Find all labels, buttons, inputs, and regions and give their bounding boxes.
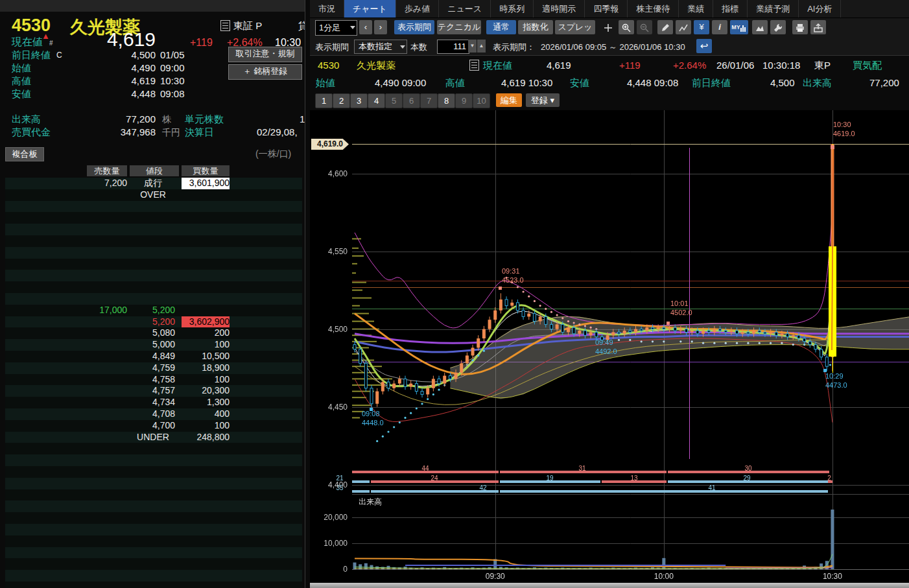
zoom-in-icon[interactable] — [619, 20, 634, 34]
tab-8[interactable]: 株主優待 — [628, 0, 679, 18]
tab-2[interactable]: チャート — [344, 0, 396, 18]
orderbook-row[interactable] — [5, 212, 302, 224]
count-down-spinner[interactable]: ▼ — [468, 40, 477, 53]
print-icon[interactable] — [792, 20, 808, 34]
next-button[interactable]: › — [374, 20, 387, 34]
count-mode-select[interactable]: 本数指定 — [354, 40, 407, 54]
tab-12[interactable]: AI分析 — [799, 0, 841, 18]
zoom-out-icon[interactable] — [637, 20, 652, 34]
orderbook-row[interactable] — [5, 270, 302, 281]
price-level: UNDER — [128, 432, 178, 443]
register-button[interactable]: 登録 ▾ — [526, 93, 560, 107]
tab-1[interactable]: 市況 — [310, 0, 344, 18]
orderbook-row[interactable]: 17,0005,200 — [5, 305, 302, 316]
horizontal-scrollbar[interactable] — [310, 583, 909, 588]
orderbook-row[interactable] — [5, 224, 302, 235]
orderbook-row[interactable] — [5, 524, 302, 535]
orderbook-row[interactable]: 4,700100 — [5, 420, 302, 432]
tab-5[interactable]: 時系列 — [491, 0, 534, 18]
open-value: 4,490 09:00 — [375, 77, 426, 88]
quote-timestamp: 10:30:18 — [762, 60, 800, 71]
my-chart-icon[interactable]: MY — [730, 20, 748, 34]
orderbook-row[interactable] — [5, 247, 302, 259]
count-up-spinner[interactable]: ▲ — [477, 40, 486, 53]
orderbook-row[interactable] — [5, 478, 302, 489]
preset-button-5[interactable]: 5 — [385, 93, 403, 108]
info-icon[interactable]: i — [712, 20, 727, 34]
normal-mode-button[interactable]: 通常 — [486, 20, 516, 34]
orderbook-row[interactable] — [5, 547, 302, 559]
trade-caution-button[interactable]: 取引注意・規制 — [228, 47, 302, 62]
preset-button-3[interactable]: 3 — [350, 93, 368, 108]
preset-button-7[interactable]: 7 — [420, 93, 438, 108]
sell-qty — [44, 420, 127, 432]
orderbook-row[interactable]: 5,2003,602,900 — [5, 316, 302, 328]
orderbook-row[interactable] — [5, 235, 302, 247]
orderbook-row[interactable] — [5, 454, 302, 466]
orderbook-row[interactable]: 5,000100 — [5, 339, 302, 351]
preset-button-4[interactable]: 4 — [368, 93, 385, 108]
register-stock-button[interactable]: ＋ 銘柄登録 — [228, 64, 302, 80]
orderbook-row[interactable]: 4,75918,900 — [5, 362, 302, 374]
buy-qty — [182, 305, 230, 316]
tab-6[interactable]: 適時開示 — [534, 0, 585, 18]
sell-qty — [44, 281, 127, 293]
orderbook-row[interactable] — [5, 466, 302, 478]
orderbook-row[interactable] — [5, 281, 302, 293]
market-label: 東証 P — [233, 20, 262, 32]
orderbook-row[interactable] — [5, 489, 302, 501]
settings-wrench-icon[interactable] — [770, 20, 786, 34]
quote-code: 4530 — [318, 60, 339, 71]
preset-button-9[interactable]: 9 — [455, 93, 473, 108]
orderbook-row[interactable]: 5,080200 — [5, 327, 302, 339]
orderbook-row[interactable] — [5, 500, 302, 512]
preset-button-2[interactable]: 2 — [333, 93, 350, 108]
yen-scale-icon[interactable]: ¥ — [694, 20, 709, 34]
reset-period-button[interactable]: ↩ — [696, 39, 712, 53]
orderbook-row[interactable]: 4,84910,500 — [5, 351, 302, 362]
bar-count-input[interactable]: 111 — [437, 40, 469, 54]
prev-button[interactable]: ‹ — [359, 20, 372, 34]
orderbook-row[interactable]: 4,758100 — [5, 374, 302, 386]
crosshair-icon[interactable] — [600, 20, 616, 34]
orderbook-row[interactable] — [5, 582, 302, 588]
orderbook-row[interactable] — [5, 570, 302, 582]
tab-9[interactable]: 業績 — [679, 0, 713, 18]
orderbook-row[interactable] — [5, 201, 302, 213]
period-button[interactable]: 表示期間 — [394, 20, 434, 34]
orderbook-row[interactable] — [5, 512, 302, 524]
orderbook-row[interactable] — [5, 535, 302, 547]
tab-11[interactable]: 業績予測 — [748, 0, 799, 18]
tab-3[interactable]: 歩み値 — [396, 0, 439, 18]
trend-line-icon[interactable] — [676, 20, 691, 34]
area-chart-icon[interactable] — [752, 20, 768, 34]
orderbook-row[interactable]: 4,7341,300 — [5, 397, 302, 408]
export-icon[interactable] — [810, 20, 826, 34]
composite-board-button[interactable]: 複合板 — [5, 147, 44, 161]
preset-button-1[interactable]: 1 — [315, 93, 333, 108]
orderbook-row[interactable] — [5, 259, 302, 270]
tab-10[interactable]: 指標 — [713, 0, 748, 18]
orderbook-row[interactable]: 4,75720,300 — [5, 385, 302, 397]
orderbook-row[interactable]: UNDER248,800 — [5, 432, 302, 443]
technical-button[interactable]: テクニカル — [437, 20, 481, 34]
orderbook-row[interactable]: OVER — [5, 189, 302, 201]
preset-button-8[interactable]: 8 — [438, 93, 455, 108]
orderbook-row[interactable] — [5, 558, 302, 570]
orderbook-row[interactable]: 7,200成行3,601,900 — [5, 178, 302, 189]
current-price-label: 現在値 — [12, 36, 43, 49]
indexed-mode-button[interactable]: 指数化 — [518, 20, 553, 34]
tab-7[interactable]: 四季報 — [585, 0, 628, 18]
preset-button-10[interactable]: 10 — [473, 93, 490, 108]
price-chart-canvas[interactable] — [310, 110, 909, 583]
edit-button[interactable]: 編集 — [496, 93, 522, 107]
spread-mode-button[interactable]: スプレッド — [555, 20, 595, 34]
orderbook-row[interactable]: 4,708400 — [5, 408, 302, 420]
price-level: 成行 — [128, 178, 178, 189]
orderbook-row[interactable] — [5, 293, 302, 305]
preset-button-6[interactable]: 6 — [403, 93, 420, 108]
orderbook-row[interactable] — [5, 443, 302, 454]
interval-select[interactable]: 1分足 — [315, 20, 357, 36]
tab-4[interactable]: ニュース — [439, 0, 491, 18]
draw-pencil-icon[interactable] — [657, 20, 673, 34]
